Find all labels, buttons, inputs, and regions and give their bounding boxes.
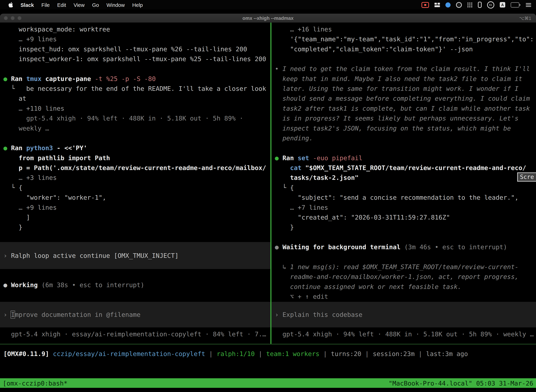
- command-text: set: [298, 154, 309, 162]
- ran-label: Ran: [282, 154, 298, 162]
- menu-window[interactable]: Window: [103, 0, 128, 9]
- apple-menu[interactable]: [5, 0, 17, 9]
- tmux-status-bar: [omx-cczip0:bash* "MacBook-Pro-44.local"…: [0, 378, 536, 388]
- session-timer: session:23m: [373, 350, 415, 357]
- model-stats-line: gpt-5.4 xhigh · 94% left · 488K in · 5.1…: [0, 113, 270, 123]
- terminal-line: at: [0, 93, 270, 103]
- blank-line: [271, 252, 536, 262]
- blank-line: [271, 143, 536, 153]
- code-line: tasks/task-2.json": [271, 173, 536, 183]
- prompt-banner-text: › Ralph loop active continue [OMX_TMUX_I…: [0, 251, 270, 261]
- pane-bottom-border: [0, 344, 536, 344]
- text-cursor: I: [11, 311, 15, 318]
- bullet-icon: ●: [3, 75, 11, 82]
- tmux-host-clock: "MacBook-Pro-44.local" 05:03 31-Mar-26: [389, 379, 533, 387]
- terminal-line: └ be necessary for the end of the README…: [0, 84, 270, 93]
- model-stats-line: weekly …: [0, 123, 270, 133]
- command-text: capture-pane: [42, 75, 91, 82]
- thinking-line: pending.: [271, 133, 536, 143]
- pane-footer-stats: gpt-5.4 xhigh · 94% left · 488K in · 5.1…: [271, 329, 536, 339]
- launchpad-dots-icon[interactable]: [467, 2, 472, 7]
- ran-command-line: ● Ran tmux capture-pane -t %25 -p -S -80: [0, 74, 270, 84]
- thinking-line: • I need to get the claim token from the…: [271, 64, 536, 74]
- command-text: - <<'PY': [53, 144, 87, 152]
- list-status-icon[interactable]: [526, 3, 531, 7]
- terminal-line: └ {: [271, 183, 536, 192]
- separator: |: [415, 350, 426, 357]
- separator: |: [320, 350, 331, 357]
- command-args: -euo pipefail: [309, 154, 362, 162]
- key-app-icon[interactable]: [478, 2, 482, 8]
- menu-app-name[interactable]: Slack: [17, 0, 38, 9]
- prompt-input[interactable]: › Explain this codebase: [271, 302, 536, 327]
- window-layout-icon[interactable]: [435, 3, 440, 7]
- ran-command-line: ● Ran python3 - <<'PY': [0, 143, 270, 153]
- prompt-banner[interactable]: › Ralph loop active continue [OMX_TMUX_I…: [0, 242, 270, 269]
- menu-edit[interactable]: Edit: [53, 0, 70, 9]
- bullet-icon: ●: [275, 154, 282, 162]
- window-title-bar[interactable]: omx --xhigh --madmax ⌥⌘1: [0, 14, 536, 23]
- menu-file[interactable]: File: [38, 0, 53, 9]
- ran-command-line: ● Ran set -euo pipefail: [271, 153, 536, 163]
- collapsed-lines-indicator: … +16 lines: [271, 24, 536, 34]
- battery-percentage-badge[interactable]: 61: [487, 1, 494, 9]
- text-segment: [275, 164, 290, 171]
- waiting-status-line: ● Waiting for background terminal (3m 46…: [271, 242, 536, 252]
- blue-app-icon[interactable]: [445, 2, 450, 7]
- code-line: p = Path('.omx/state/team/review-current…: [0, 163, 270, 173]
- tmux-session-label: [omx-cczip0:bash*: [3, 379, 67, 387]
- menu-bar-status: 61 A: [421, 1, 536, 9]
- thinking-line: inspect task2's JSON, focusing on the st…: [271, 123, 536, 133]
- prompt-input-text: › Improve documentation in @filename: [0, 310, 270, 319]
- terminal-line: "created_at": "2026-03-31T11:59:27.816Z": [271, 212, 536, 222]
- window-shortcut-badge: ⌥⌘1: [519, 15, 531, 21]
- menu-bar: Slack File Edit View Go Window Help 61 A: [0, 0, 536, 9]
- code-line: from pathlib import Path: [0, 153, 270, 163]
- thinking-line: later. Using the same for transition mig…: [271, 84, 536, 93]
- terminal-line: "subject": "send a concise recommendatio…: [271, 192, 536, 202]
- terminal-line: }: [0, 222, 270, 232]
- collapsed-lines-indicator: … +9 lines: [0, 34, 270, 44]
- thinking-line: should send a message before completing …: [271, 93, 536, 103]
- command-text: python3: [26, 144, 53, 152]
- blank-line: [0, 133, 270, 143]
- screen: Slack File Edit View Go Window Help 61 A: [0, 0, 536, 392]
- thinking-line: is in progress? It seems likely but perh…: [271, 113, 536, 123]
- terminal: workspace_mode: worktree … +9 lines insp…: [0, 23, 536, 344]
- bullet-icon: ●: [3, 281, 11, 289]
- terminal-line: }: [271, 222, 536, 232]
- ralph-counter: ralph:1/10: [217, 350, 255, 357]
- battery-icon[interactable]: [511, 2, 520, 7]
- terminal-line: '{"team_name":"my-team","task_id":"1","f…: [271, 34, 536, 44]
- screen-edge-tooltip: Scre: [517, 173, 536, 182]
- terminal-line: inspect_hud: omx sparkshell --tmux-pane …: [0, 44, 270, 54]
- working-status-line: ● Working (6m 38s • esc to interrupt): [0, 280, 270, 290]
- input-source-icon[interactable]: A: [500, 2, 505, 8]
- omx-version-tag: [OMX#0.11.9]: [3, 350, 49, 357]
- command-args: -t %25 -p -S -80: [91, 75, 156, 82]
- bullet-icon: ●: [3, 144, 11, 152]
- right-pane[interactable]: … +16 lines '{"team_name":"my-team","tas…: [271, 23, 536, 344]
- prompt-input[interactable]: › Improve documentation in @filename: [0, 302, 270, 327]
- code-line: cat "$OMX_TEAM_STATE_ROOT/team/review-cu…: [271, 163, 536, 173]
- blank-line: [271, 232, 536, 242]
- status-label: Working: [11, 281, 38, 289]
- separator: |: [255, 350, 266, 357]
- screen-recording-indicator-icon[interactable]: [421, 2, 429, 8]
- text-segment: Ralph loop active continue [OMX_TMUX_INJ…: [11, 252, 179, 259]
- status-detail: (6m 38s • esc to interrupt): [38, 281, 144, 289]
- menu-view[interactable]: View: [70, 0, 88, 9]
- separator: |: [205, 350, 217, 357]
- session-path: cczip/essay/ai-reimplementation-copyleft: [49, 350, 205, 357]
- blank-line: [0, 64, 270, 74]
- apple-logo-icon: [9, 2, 13, 8]
- mailbox-message-line: readme-and-reco/mailbox/worker-1.json, a…: [271, 272, 536, 281]
- ring-app-icon[interactable]: [456, 2, 462, 8]
- menu-help[interactable]: Help: [129, 0, 147, 9]
- menu-go[interactable]: Go: [88, 0, 103, 9]
- bullet-icon: •: [275, 65, 282, 72]
- omx-status-line: [OMX#0.11.9] cczip/essay/ai-reimplementa…: [0, 349, 536, 359]
- text-segment: I need to get the claim token from the c…: [282, 65, 530, 72]
- chevron-icon: ›: [3, 311, 11, 318]
- left-pane[interactable]: workspace_mode: worktree … +9 lines insp…: [0, 23, 270, 344]
